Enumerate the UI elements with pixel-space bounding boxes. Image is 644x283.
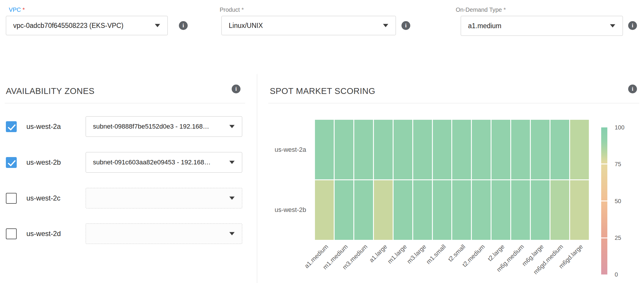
heatmap-x-label: m3.large: [406, 243, 428, 265]
colorbar-tick-label: 50: [615, 198, 621, 204]
vpc-select[interactable]: vpc-0adcb70f645508223 (EKS-VPC): [6, 16, 168, 35]
availability-zones-info-icon[interactable]: i: [232, 85, 240, 93]
heatmap-cell: [570, 120, 589, 179]
heatmap-cell: [511, 180, 530, 240]
heatmap-y-labels: us-west-2aus-west-2b: [257, 120, 306, 240]
heatmap-colorbar: [601, 127, 607, 274]
on-demand-type-required-asterisk: *: [504, 6, 506, 13]
heatmap-colorbar-ticks: 1007550250: [615, 127, 635, 274]
heatmap-cell: [315, 120, 334, 179]
heatmap-x-label: t2.large: [486, 243, 506, 263]
chevron-down-icon: [155, 24, 160, 27]
heatmap-cell: [531, 180, 550, 240]
vpc-label: VPC *: [9, 6, 25, 13]
colorbar-segment: [601, 201, 607, 237]
subnet-select-us-west-2b[interactable]: subnet-091c603aa82e09453 - 192.168…: [86, 152, 242, 173]
availability-zones-divider: [5, 103, 245, 103]
subnet-select-value: subnet-09888f7be5152d0e3 - 192.168…: [93, 123, 209, 130]
heatmap-cell: [374, 180, 393, 240]
az-row: us-west-2bsubnet-091c603aa82e09453 - 192…: [6, 152, 242, 173]
heatmap-cell: [394, 180, 412, 240]
spot-market-scoring-title: SPOT MARKET SCORING: [270, 86, 375, 96]
subnet-select-us-west-2a[interactable]: subnet-09888f7be5152d0e3 - 192.168…: [86, 116, 242, 137]
chevron-down-icon: [383, 24, 388, 27]
heatmap-cell: [413, 180, 432, 240]
spot-market-scoring-info-icon[interactable]: i: [628, 85, 637, 93]
heatmap-x-label: a1.large: [368, 243, 389, 264]
vpc-info-icon[interactable]: i: [179, 21, 188, 30]
chevron-down-icon: [610, 24, 615, 28]
on-demand-type-select[interactable]: a1.medium: [461, 16, 623, 36]
subnet-select-us-west-2c[interactable]: [86, 188, 242, 208]
heatmap-cell: [413, 120, 432, 179]
on-demand-type-label: On-Demand Type *: [456, 6, 506, 13]
on-demand-type-select-value: a1.medium: [468, 22, 501, 30]
colorbar-segment: [601, 238, 607, 274]
spot-configuration-page: VPC * vpc-0adcb70f645508223 (EKS-VPC) i …: [0, 0, 644, 283]
heatmap-cell: [315, 180, 334, 240]
colorbar-tick-label: 0: [615, 271, 618, 278]
heatmap-cell: [433, 180, 452, 240]
heatmap-cell: [354, 120, 373, 179]
heatmap-cell: [335, 120, 353, 179]
heatmap-cell: [433, 120, 452, 179]
zone-label: us-west-2d: [26, 230, 61, 238]
heatmap-row-label: us-west-2b: [257, 180, 306, 240]
heatmap-cell: [354, 180, 373, 240]
on-demand-type-label-text: On-Demand Type: [456, 6, 502, 13]
heatmap-cell: [550, 120, 569, 179]
heatmap-x-labels: a1.mediumm1.mediumm3.mediuma1.largem1.la…: [315, 241, 589, 283]
heatmap-cell: [492, 120, 510, 179]
chevron-down-icon: [229, 197, 235, 200]
on-demand-type-info-icon[interactable]: i: [628, 21, 637, 30]
heatmap-x-label: m1.large: [386, 243, 408, 265]
heatmap-cell: [452, 120, 471, 179]
chevron-down-icon: [229, 125, 235, 128]
colorbar-tick-label: 25: [615, 234, 621, 241]
chevron-down-icon: [229, 232, 235, 235]
heatmap-cell: [452, 180, 471, 240]
zone-label: us-west-2c: [26, 194, 60, 202]
colorbar-segment: [601, 127, 607, 164]
heatmap-cell: [335, 180, 353, 240]
colorbar-tick-label: 75: [615, 161, 621, 168]
zone-checkbox-us-west-2d[interactable]: [6, 228, 17, 239]
heatmap-grid: [315, 120, 589, 240]
heatmap-cell: [570, 180, 589, 240]
subnet-select-us-west-2d[interactable]: [86, 223, 242, 244]
heatmap-cell: [492, 180, 510, 240]
zone-checkbox-us-west-2a[interactable]: [6, 121, 17, 132]
az-row: us-west-2asubnet-09888f7be5152d0e3 - 192…: [6, 116, 242, 137]
heatmap-cell: [394, 120, 412, 179]
product-select[interactable]: Linux/UNIX: [221, 16, 396, 35]
availability-zones-title: AVAILABILITY ZONES: [6, 86, 94, 96]
heatmap-x-label: t2.small: [447, 243, 467, 263]
az-row: us-west-2c: [6, 188, 242, 208]
colorbar-tick-label: 100: [615, 124, 624, 131]
heatmap-cell: [531, 120, 550, 179]
product-label-text: Product: [220, 6, 240, 13]
zone-checkbox-us-west-2b[interactable]: [6, 157, 17, 168]
product-label: Product *: [220, 6, 244, 13]
spot-market-scoring-divider: [268, 103, 639, 103]
heatmap-cell: [511, 120, 530, 179]
heatmap-cell: [550, 180, 569, 240]
heatmap-row-label: us-west-2a: [257, 120, 306, 180]
heatmap-cell: [374, 120, 393, 179]
zone-checkbox-us-west-2c[interactable]: [6, 193, 17, 204]
product-info-icon[interactable]: i: [401, 21, 410, 30]
colorbar-segment: [601, 164, 607, 201]
vpc-required-asterisk: *: [23, 6, 25, 13]
heatmap-cell: [472, 120, 491, 179]
zone-label: us-west-2a: [26, 122, 61, 131]
heatmap-x-label: m1.small: [425, 243, 447, 265]
vpc-select-value: vpc-0adcb70f645508223 (EKS-VPC): [13, 22, 123, 30]
az-row: us-west-2d: [6, 223, 242, 244]
chevron-down-icon: [229, 161, 235, 164]
zone-label: us-west-2b: [26, 158, 61, 166]
product-select-value: Linux/UNIX: [229, 22, 263, 30]
product-required-asterisk: *: [242, 6, 244, 13]
vpc-label-text: VPC: [9, 6, 21, 13]
subnet-select-value: subnet-091c603aa82e09453 - 192.168…: [93, 159, 211, 166]
heatmap-cell: [472, 180, 491, 240]
